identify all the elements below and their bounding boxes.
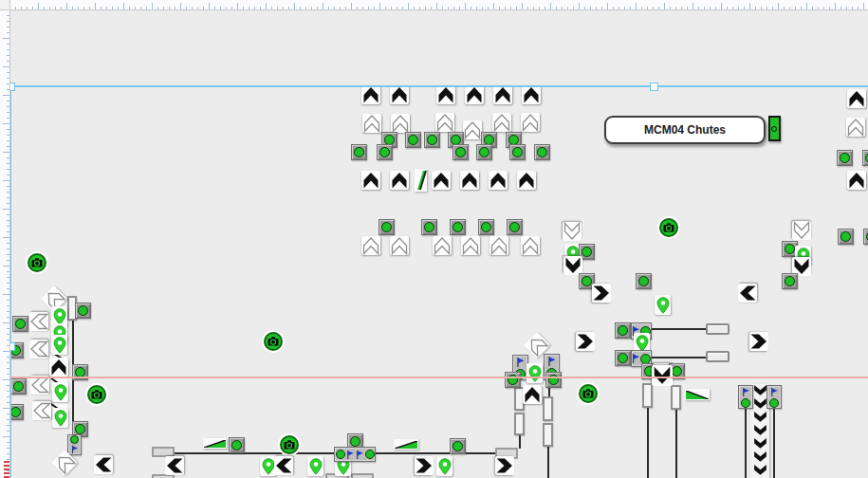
location-pin-icon[interactable] bbox=[307, 456, 323, 476]
black-chevron-icon[interactable] bbox=[576, 332, 595, 351]
status-indicator[interactable] bbox=[505, 372, 521, 388]
black-chevron-icon[interactable] bbox=[390, 85, 409, 104]
status-indicator[interactable] bbox=[229, 437, 245, 453]
location-pin-icon[interactable] bbox=[655, 295, 671, 315]
white-chevron-icon[interactable] bbox=[846, 118, 865, 137]
status-indicator[interactable] bbox=[12, 316, 28, 332]
black-chevron-icon[interactable] bbox=[517, 171, 536, 190]
black-chevron-icon[interactable] bbox=[94, 455, 113, 474]
equipment-rect[interactable] bbox=[671, 385, 681, 410]
black-chevron-icon[interactable] bbox=[390, 171, 409, 190]
location-pin-icon[interactable] bbox=[436, 456, 452, 476]
device-status-box[interactable] bbox=[67, 434, 82, 455]
status-indicator[interactable] bbox=[377, 144, 393, 160]
equipment-rect[interactable] bbox=[642, 383, 653, 408]
location-pin-icon[interactable] bbox=[526, 363, 543, 383]
status-indicator[interactable] bbox=[863, 229, 868, 245]
status-indicator[interactable] bbox=[405, 132, 421, 148]
belt-wedge-icon[interactable] bbox=[203, 438, 227, 449]
white-chevron-icon[interactable] bbox=[391, 114, 410, 133]
status-indicator[interactable] bbox=[9, 404, 24, 420]
black-chevron-icon[interactable] bbox=[436, 85, 455, 104]
status-indicator[interactable] bbox=[452, 144, 469, 160]
gate-status-bar[interactable] bbox=[768, 116, 781, 141]
black-chevron-icon[interactable] bbox=[738, 284, 757, 303]
camera-icon[interactable] bbox=[264, 332, 283, 351]
location-pin-icon[interactable] bbox=[52, 382, 68, 402]
white-chevron-icon[interactable] bbox=[361, 236, 380, 255]
camera-icon[interactable] bbox=[659, 218, 678, 237]
white-chevron-icon[interactable] bbox=[390, 236, 409, 255]
status-indicator[interactable] bbox=[478, 219, 494, 235]
status-indicator[interactable] bbox=[838, 229, 854, 245]
status-indicator[interactable] bbox=[10, 378, 27, 395]
white-chevron-icon[interactable] bbox=[489, 236, 508, 255]
white-chevron-icon[interactable] bbox=[521, 236, 540, 255]
status-indicator[interactable] bbox=[636, 273, 652, 289]
status-indicator[interactable] bbox=[450, 219, 466, 235]
equipment-rect[interactable] bbox=[514, 413, 525, 435]
black-chevron-icon[interactable] bbox=[415, 456, 434, 475]
status-indicator[interactable] bbox=[424, 132, 440, 148]
status-indicator[interactable] bbox=[534, 144, 550, 160]
black-chevron-icon[interactable] bbox=[592, 284, 611, 303]
white-chevron-icon[interactable] bbox=[433, 236, 452, 255]
black-chevron-icon[interactable] bbox=[465, 85, 484, 104]
camera-icon[interactable] bbox=[28, 253, 46, 272]
camera-icon[interactable] bbox=[280, 435, 299, 454]
status-indicator[interactable] bbox=[615, 322, 631, 339]
black-chevron-icon[interactable] bbox=[274, 456, 293, 475]
black-chevron-icon[interactable] bbox=[563, 256, 582, 275]
camera-icon[interactable] bbox=[87, 385, 106, 404]
white-chevron-icon[interactable] bbox=[521, 113, 540, 132]
white-chevron-icon[interactable] bbox=[492, 113, 511, 132]
black-chevron-icon[interactable] bbox=[361, 171, 380, 190]
status-indicator[interactable] bbox=[782, 273, 798, 289]
black-chevron-icon[interactable] bbox=[460, 171, 479, 190]
device-status-box[interactable] bbox=[738, 385, 753, 409]
black-chevron-icon[interactable] bbox=[489, 171, 508, 190]
status-indicator[interactable] bbox=[837, 150, 853, 166]
black-chevron-icon[interactable] bbox=[493, 85, 512, 104]
black-chevron-icon[interactable] bbox=[749, 332, 768, 351]
selection-guide-horizontal[interactable] bbox=[9, 85, 868, 87]
black-chevron-icon[interactable] bbox=[495, 456, 514, 475]
location-pin-icon[interactable] bbox=[51, 335, 67, 355]
black-chevron-icon[interactable] bbox=[652, 365, 673, 386]
status-indicator[interactable] bbox=[351, 144, 367, 160]
black-chevron-icon[interactable] bbox=[49, 358, 68, 377]
status-indicator[interactable] bbox=[615, 350, 631, 366]
chute-group-label-button[interactable]: MCM04 Chutes bbox=[604, 116, 766, 144]
white-chevron-icon[interactable] bbox=[563, 222, 582, 241]
belt-wedge-icon[interactable] bbox=[394, 439, 418, 450]
status-indicator[interactable] bbox=[75, 303, 91, 319]
belt-wedge-icon[interactable] bbox=[415, 169, 427, 192]
white-chevron-icon[interactable] bbox=[29, 340, 48, 358]
selection-handle[interactable] bbox=[650, 83, 658, 91]
black-chevron-icon[interactable] bbox=[847, 89, 866, 108]
status-indicator[interactable] bbox=[379, 219, 395, 235]
status-indicator[interactable] bbox=[476, 144, 492, 160]
black-chevron-icon[interactable] bbox=[361, 85, 380, 104]
equipment-rect[interactable] bbox=[543, 423, 553, 447]
white-chevron-icon[interactable] bbox=[461, 236, 480, 255]
black-chevron-icon[interactable] bbox=[522, 85, 541, 104]
capsule-block[interactable] bbox=[706, 323, 729, 335]
status-indicator[interactable] bbox=[421, 219, 437, 235]
status-indicator[interactable] bbox=[862, 150, 868, 166]
white-chevron-icon[interactable] bbox=[362, 114, 381, 133]
status-indicator[interactable] bbox=[509, 144, 526, 160]
capsule-block[interactable] bbox=[706, 351, 729, 362]
white-chevron-icon[interactable] bbox=[29, 312, 48, 331]
device-status-box[interactable] bbox=[334, 447, 376, 462]
white-chevron-icon[interactable] bbox=[463, 120, 482, 139]
black-chevron-icon[interactable] bbox=[165, 456, 184, 475]
equipment-block[interactable] bbox=[351, 473, 374, 478]
status-indicator[interactable] bbox=[507, 219, 523, 235]
white-chevron-icon[interactable] bbox=[792, 221, 811, 240]
white-chevron-icon[interactable] bbox=[30, 376, 49, 395]
camera-icon[interactable] bbox=[579, 384, 598, 403]
white-chevron-icon[interactable] bbox=[32, 401, 51, 420]
black-chevron-icon[interactable] bbox=[432, 171, 451, 190]
device-status-box[interactable] bbox=[766, 385, 782, 409]
